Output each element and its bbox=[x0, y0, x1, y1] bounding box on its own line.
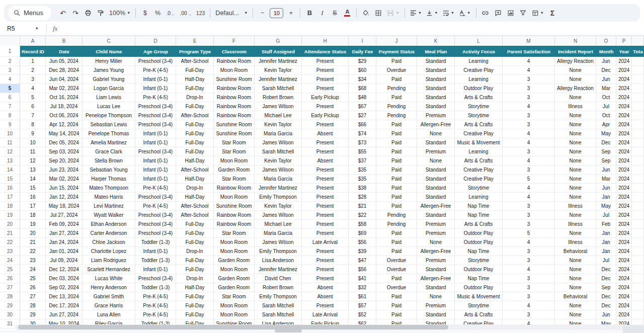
cell[interactable]: $69 bbox=[349, 229, 376, 238]
cell[interactable]: $34 bbox=[349, 75, 376, 84]
font-family-select[interactable]: Defaul... ▼ bbox=[213, 7, 250, 20]
cell[interactable]: 2024 bbox=[616, 175, 632, 184]
cell[interactable]: May bbox=[596, 202, 616, 211]
cell[interactable]: Paid bbox=[376, 184, 417, 193]
cell[interactable] bbox=[632, 147, 644, 156]
cell[interactable]: 4 bbox=[503, 265, 555, 274]
cell[interactable]: None bbox=[555, 283, 596, 292]
cell[interactable] bbox=[632, 156, 644, 165]
row-header-24[interactable]: 24 bbox=[0, 256, 20, 265]
cell[interactable]: 2024 bbox=[616, 211, 632, 220]
cell[interactable]: Storytime bbox=[455, 111, 503, 120]
cell[interactable]: None bbox=[555, 184, 596, 193]
cell[interactable]: Star Room bbox=[214, 229, 255, 238]
cell[interactable]: Paid bbox=[376, 202, 417, 211]
cell[interactable]: Sunshine Room bbox=[214, 129, 255, 138]
cell[interactable]: Infant (0-1) bbox=[135, 175, 176, 184]
increase-decimal-button[interactable]: .00→ bbox=[178, 7, 194, 20]
decrease-font-size-button[interactable]: − bbox=[256, 7, 268, 20]
row-header-2[interactable]: 2 bbox=[0, 57, 20, 66]
row-header-11[interactable]: 11 bbox=[0, 138, 20, 147]
cell[interactable]: Music & Movement bbox=[455, 138, 503, 147]
cell[interactable]: $67 bbox=[349, 102, 376, 111]
cell[interactable]: Storytime bbox=[455, 102, 503, 111]
cell[interactable]: Mar 02, 2024 bbox=[46, 84, 83, 93]
cell[interactable]: Maria Garcia bbox=[255, 229, 302, 238]
cell[interactable]: Full-Day bbox=[176, 265, 214, 274]
cell[interactable]: Dec 03, 2024 bbox=[46, 274, 83, 283]
row-header-6[interactable]: 6 bbox=[0, 93, 20, 102]
cell[interactable]: Sarah Mitchell bbox=[255, 310, 302, 319]
cell[interactable]: $41 bbox=[349, 274, 376, 283]
cell[interactable]: 2024 bbox=[616, 120, 632, 129]
cell[interactable]: 4 bbox=[503, 66, 555, 75]
cell[interactable]: Present bbox=[302, 165, 349, 175]
cell[interactable]: Sarah Mitchell bbox=[255, 301, 302, 310]
cell[interactable]: James Wilson bbox=[255, 165, 302, 175]
cell[interactable]: $58 bbox=[349, 220, 376, 229]
cell[interactable]: Nap Time bbox=[455, 274, 503, 283]
cell[interactable]: None bbox=[555, 129, 596, 138]
cell[interactable]: Standard bbox=[417, 84, 455, 93]
cell[interactable]: Present bbox=[302, 184, 349, 193]
cell[interactable]: None bbox=[555, 211, 596, 220]
more-formats-button[interactable]: 123 bbox=[194, 7, 207, 20]
select-all-corner[interactable] bbox=[0, 36, 20, 46]
cell[interactable]: Paid bbox=[376, 274, 417, 283]
cell[interactable]: 29 bbox=[20, 310, 46, 319]
cell[interactable]: 26 bbox=[20, 283, 46, 292]
cell[interactable]: 10 bbox=[20, 138, 46, 147]
cell[interactable]: Sunshine Room bbox=[214, 202, 255, 211]
cell[interactable]: Jul bbox=[596, 256, 616, 265]
column-header-I[interactable]: I bbox=[349, 36, 376, 46]
cell[interactable]: 2024 bbox=[616, 292, 632, 301]
cell[interactable]: Present bbox=[302, 102, 349, 111]
row-header-26[interactable]: 26 bbox=[0, 274, 20, 283]
cell[interactable]: Sep 20, 2024 bbox=[46, 156, 83, 165]
cell[interactable]: Jul 18, 2024 bbox=[46, 102, 83, 111]
column-header-D[interactable]: D bbox=[135, 36, 176, 46]
cell[interactable]: 2024 bbox=[616, 93, 632, 102]
cell[interactable]: Present bbox=[302, 120, 349, 129]
row-header-1[interactable]: 1 bbox=[0, 46, 20, 57]
cell[interactable]: Storytime bbox=[455, 256, 503, 265]
cell[interactable] bbox=[632, 175, 644, 184]
horizontal-scrollbar-thumb[interactable] bbox=[18, 325, 448, 329]
cell[interactable]: Garden Room bbox=[214, 256, 255, 265]
cell[interactable]: Rainbow Room bbox=[214, 184, 255, 193]
cell[interactable]: May bbox=[596, 129, 616, 138]
cell[interactable]: $29 bbox=[349, 57, 376, 66]
row-header-18[interactable]: 18 bbox=[0, 202, 20, 211]
cell[interactable] bbox=[632, 93, 644, 102]
cell[interactable]: 2024 bbox=[616, 283, 632, 292]
column-header-P[interactable]: P bbox=[616, 36, 632, 46]
cell[interactable]: Half-Day bbox=[176, 75, 214, 84]
cell[interactable]: Standard bbox=[417, 193, 455, 202]
cell[interactable]: Infant (0-1) bbox=[135, 265, 176, 274]
cell[interactable]: Standard bbox=[417, 211, 455, 220]
cell[interactable]: Gabriel Young bbox=[83, 75, 135, 84]
cell[interactable]: 3 bbox=[503, 120, 555, 129]
cell[interactable]: Arts & Crafts bbox=[455, 156, 503, 165]
cell[interactable]: $61 bbox=[349, 292, 376, 301]
cell[interactable]: Oct bbox=[596, 93, 616, 102]
cell[interactable]: Allergy Reaction bbox=[555, 84, 596, 93]
cell[interactable]: Jun bbox=[596, 57, 616, 66]
cell[interactable]: Illness bbox=[555, 220, 596, 229]
cell[interactable]: Creative Play bbox=[455, 165, 503, 175]
italic-button[interactable]: I bbox=[316, 7, 328, 20]
cell[interactable] bbox=[632, 310, 644, 319]
cell[interactable]: $56 bbox=[349, 265, 376, 274]
cell[interactable]: $39 bbox=[349, 247, 376, 256]
cell[interactable]: None bbox=[417, 292, 455, 301]
cell[interactable]: Full-Day bbox=[176, 120, 214, 129]
cell[interactable]: Rainbow Room bbox=[214, 111, 255, 120]
cell[interactable]: Present bbox=[302, 220, 349, 229]
cell[interactable]: Absent bbox=[302, 156, 349, 165]
cell[interactable]: Present bbox=[302, 84, 349, 93]
cell[interactable]: $32 bbox=[349, 283, 376, 292]
cell[interactable]: Standard bbox=[417, 102, 455, 111]
cell[interactable]: Nap Time bbox=[455, 202, 503, 211]
cell[interactable]: Feb 09, 2024 bbox=[46, 220, 83, 229]
cell[interactable]: Full-Day bbox=[176, 66, 214, 75]
